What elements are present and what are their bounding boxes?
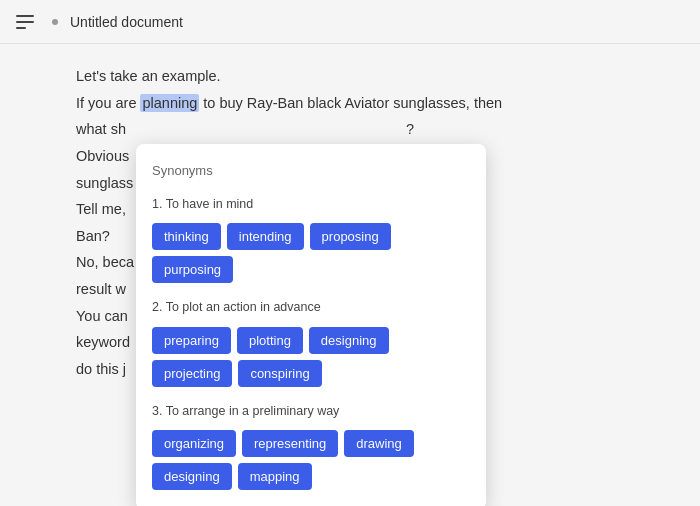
section-3-title: 3. To arrange in a preliminary way: [152, 401, 470, 422]
section-1-title: 1. To have in mind: [152, 194, 470, 215]
section-3-tags: organizing representing drawing designin…: [152, 430, 470, 490]
document-title: Untitled document: [70, 14, 183, 30]
text-line-2: If you are planning to buy Ray-Ban black…: [76, 91, 624, 116]
section-1-tags: thinking intending proposing purposing: [152, 223, 470, 283]
synonym-conspiring[interactable]: conspiring: [238, 360, 321, 387]
synonym-purposing[interactable]: purposing: [152, 256, 233, 283]
title-dot: [52, 19, 58, 25]
section-2-tags: preparing plotting designing projecting …: [152, 327, 470, 387]
synonym-projecting[interactable]: projecting: [152, 360, 232, 387]
hamburger-menu[interactable]: [16, 8, 44, 36]
synonym-designing-2[interactable]: designing: [152, 463, 232, 490]
synonym-representing[interactable]: representing: [242, 430, 338, 457]
titlebar: Untitled document: [0, 0, 700, 44]
text-line-3: what sh?: [76, 117, 624, 142]
popup-header: Synonyms: [152, 160, 470, 182]
synonym-designing-1[interactable]: designing: [309, 327, 389, 354]
synonym-drawing[interactable]: drawing: [344, 430, 414, 457]
synonym-preparing[interactable]: preparing: [152, 327, 231, 354]
text-line-1: Let's take an example.: [76, 64, 624, 89]
synonym-intending[interactable]: intending: [227, 223, 304, 250]
highlighted-planning: planning: [140, 94, 199, 112]
section-2-title: 2. To plot an action in advance: [152, 297, 470, 318]
document-content: Let's take an example. If you are planni…: [0, 44, 700, 404]
synonym-thinking[interactable]: thinking: [152, 223, 221, 250]
synonyms-popup: Synonyms 1. To have in mind thinking int…: [136, 144, 486, 506]
synonym-organizing[interactable]: organizing: [152, 430, 236, 457]
synonym-proposing[interactable]: proposing: [310, 223, 391, 250]
synonym-plotting[interactable]: plotting: [237, 327, 303, 354]
synonym-mapping[interactable]: mapping: [238, 463, 312, 490]
